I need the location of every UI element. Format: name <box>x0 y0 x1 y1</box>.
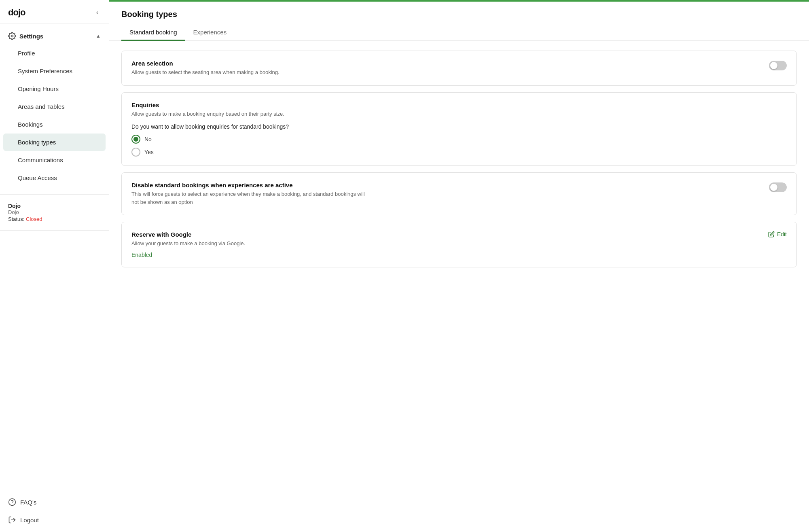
sidebar-item-booking-types[interactable]: Booking types <box>3 134 106 151</box>
disable-standard-desc: This will force guests to select an expe… <box>131 190 366 206</box>
area-selection-toggle[interactable] <box>769 61 787 70</box>
rwg-desc: Allow your guests to make a booking via … <box>131 240 245 248</box>
help-icon <box>8 498 16 506</box>
tab-bar: Standard booking Experiences <box>121 25 797 40</box>
area-selection-desc: Allow guests to select the seating area … <box>131 68 280 76</box>
edit-link[interactable]: Edit <box>768 231 787 237</box>
tab-standard-booking[interactable]: Standard booking <box>121 25 185 41</box>
faq-item[interactable]: FAQ's <box>0 493 109 511</box>
status-value: Closed <box>26 216 42 222</box>
sidebar-divider <box>0 194 109 195</box>
faq-label: FAQ's <box>20 499 36 506</box>
tab-experiences[interactable]: Experiences <box>185 25 235 41</box>
radio-yes-label: Yes <box>144 149 154 155</box>
area-selection-toggle-thumb <box>770 62 777 69</box>
settings-section-header[interactable]: Settings ▲ <box>0 28 109 44</box>
sidebar-item-areas-and-tables[interactable]: Areas and Tables <box>3 98 106 115</box>
sidebar-nav: ProfileSystem PreferencesOpening HoursAr… <box>0 45 109 187</box>
page-title: Booking types <box>121 10 797 19</box>
reserve-google-card: Reserve with Google Allow your guests to… <box>121 222 797 267</box>
rwg-title: Reserve with Google <box>131 231 245 238</box>
sidebar-item-queue-access[interactable]: Queue Access <box>3 169 106 187</box>
enquiries-question: Do you want to allow booking enquiries f… <box>131 123 787 130</box>
venue-status: Status: Closed <box>8 216 101 222</box>
enquiries-radio-yes[interactable]: Yes <box>131 148 787 157</box>
enabled-badge: Enabled <box>131 252 787 258</box>
area-selection-card: Area selection Allow guests to select th… <box>121 51 797 86</box>
disable-standard-toggle-track <box>769 182 787 192</box>
disable-standard-title: Disable standard bookings when experienc… <box>131 182 366 189</box>
sidebar-item-bookings[interactable]: Bookings <box>3 116 106 133</box>
logout-item[interactable]: Logout <box>0 511 109 529</box>
edit-icon <box>768 231 775 237</box>
sidebar: dojo ‹ Settings ▲ ProfileSystem Preferen… <box>0 0 109 532</box>
disable-standard-toggle[interactable] <box>769 182 787 192</box>
area-selection-toggle-track <box>769 61 787 70</box>
settings-label: Settings <box>19 33 43 40</box>
sidebar-divider-2 <box>0 230 109 231</box>
disable-standard-toggle-thumb <box>770 184 777 191</box>
edit-label: Edit <box>777 231 787 237</box>
sidebar-footer: FAQ's Logout <box>0 490 109 532</box>
sidebar-item-profile[interactable]: Profile <box>3 45 106 62</box>
chevron-up-icon: ▲ <box>96 33 101 39</box>
main-scrollable: Area selection Allow guests to select th… <box>109 41 809 532</box>
enquiries-card: Enquiries Allow guests to make a booking… <box>121 92 797 166</box>
settings-section: Settings ▲ ProfileSystem PreferencesOpen… <box>0 24 109 191</box>
venue-info: Dojo Dojo Status: Closed <box>0 198 109 227</box>
sidebar-header: dojo ‹ <box>0 0 109 24</box>
radio-no-label: No <box>144 136 152 142</box>
logout-label: Logout <box>20 517 39 524</box>
svg-point-0 <box>11 35 13 37</box>
main-header: Booking types Standard booking Experienc… <box>109 2 809 41</box>
disable-standard-card: Disable standard bookings when experienc… <box>121 172 797 215</box>
sidebar-item-communications[interactable]: Communications <box>3 151 106 169</box>
radio-yes-circle <box>131 148 140 157</box>
gear-icon <box>8 32 16 40</box>
sidebar-item-system-preferences[interactable]: System Preferences <box>3 62 106 80</box>
collapse-button[interactable]: ‹ <box>94 8 101 17</box>
enquiries-radio-no[interactable]: No <box>131 135 787 144</box>
status-label: Status: <box>8 216 24 222</box>
enquiries-radio-group: No Yes <box>131 135 787 157</box>
venue-sub: Dojo <box>8 209 101 215</box>
radio-no-circle <box>131 135 140 144</box>
logout-icon <box>8 516 16 524</box>
enquiries-title: Enquiries <box>131 102 787 108</box>
venue-name: Dojo <box>8 203 101 209</box>
enquiries-desc: Allow guests to make a booking enquiry b… <box>131 110 787 118</box>
sidebar-item-opening-hours[interactable]: Opening Hours <box>3 80 106 97</box>
area-selection-title: Area selection <box>131 60 280 67</box>
main-content-area: Booking types Standard booking Experienc… <box>109 0 809 532</box>
app-logo: dojo <box>8 7 25 18</box>
